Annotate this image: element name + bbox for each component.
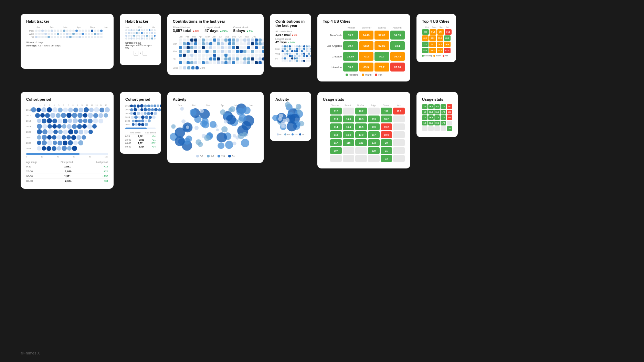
legend-hot: Hot — [375, 74, 382, 76]
habit-dot — [97, 30, 99, 32]
top-cities-large-title: Top 4 US Cities — [323, 19, 405, 23]
activity-bubble — [233, 142, 236, 145]
usage-large-title: Usage stats — [323, 97, 405, 101]
usage-cell: 113 — [368, 116, 380, 122]
contrib-current-change: ▲6% — [246, 30, 253, 33]
usage-cell: 17.0 — [355, 131, 367, 138]
city-cell: 55.7 — [374, 52, 389, 61]
habit-row-fri: Fri — [26, 36, 108, 38]
sm-all-label: All contributions — [275, 30, 306, 33]
hot-dot — [375, 74, 377, 76]
sm-city-cell: 72.1 — [429, 42, 436, 47]
hot-label: Hot — [378, 74, 382, 76]
sm-grid-row — [125, 29, 156, 31]
legend-warm: Warm — [362, 74, 371, 76]
habit-dot — [78, 33, 81, 35]
city-cell: 72.7 — [374, 63, 389, 72]
prev-btn[interactable]: ‹ — [134, 51, 138, 56]
habit-sm-pagination: ‹ 1 › — [125, 51, 156, 56]
sm-season-sp: Spr. — [440, 26, 443, 28]
habit-dot — [85, 36, 87, 38]
cohort-small-grid: 201620172018201920202021 — [125, 104, 156, 126]
last-change: +132 — [102, 175, 108, 178]
page-num: 1 — [140, 52, 141, 55]
cohort-small-card: Cohort period 201620172018201920202021 F… — [120, 92, 161, 154]
habit-dot — [94, 36, 96, 38]
activity-bubble — [218, 142, 224, 149]
usage-cell: 16.3 — [343, 116, 355, 122]
sm-city-row-la: 60.7 68.2 57.8 63.1 — [422, 35, 451, 41]
cohort-bar-scale: 010406080100 — [26, 156, 108, 158]
city-row-chicago: Chicago 22.69 73.2 55.7 59.43 — [323, 52, 405, 61]
legend-5plus: 5+ — [228, 155, 235, 157]
usage-cell-empty — [393, 155, 405, 162]
usage-cell: 123 — [355, 139, 367, 146]
habit-dot — [97, 33, 99, 35]
legend-c1 — [183, 66, 186, 69]
city-cell: 57.62 — [374, 31, 389, 40]
habit-dot — [82, 30, 84, 32]
contrib-longest-label: Longest streak — [204, 26, 228, 29]
contributions-large-card: Contributions in the last year All contr… — [167, 14, 264, 75]
hm-month: Apr — [199, 35, 205, 38]
usage-cell: 115 — [368, 123, 380, 130]
city-cell: 73.2 — [359, 52, 374, 61]
habit-dot — [47, 30, 50, 32]
usage-cell-empty — [368, 155, 380, 162]
hm-month: Oct — [239, 35, 245, 38]
sm-longest-val: 47 days ▲24% — [275, 41, 306, 44]
activity-bubble — [198, 142, 203, 147]
heatmap-month-headers: Jan Feb Mar Apr May Jun Jul Aug Sep Oct … — [173, 35, 258, 38]
city-cell: 33.7 — [343, 31, 358, 40]
habit-dot — [66, 30, 68, 32]
usage-cell-empty — [355, 147, 367, 154]
habit-dot — [41, 33, 44, 35]
activity-bubble — [287, 121, 297, 132]
habit-tracker-large-card: Habit tracker Jan Feb Mar Apr May Jun Mo… — [21, 14, 114, 69]
activity-bubble — [180, 107, 184, 110]
sm-grid-row — [125, 35, 156, 37]
usage-cell: 16.2 — [355, 108, 367, 114]
habit-sm-grid — [125, 29, 156, 40]
activity-large-card: Activity Jan Feb Mar Apr May Jun 0-1 1-2… — [167, 92, 264, 163]
usage-cell-empty — [330, 155, 342, 162]
sm-longest-label: Longest streak — [275, 38, 306, 40]
habit-dot — [66, 36, 68, 38]
browser-edge: Edge — [368, 104, 379, 107]
city-cell: 57.82 — [374, 41, 389, 50]
activity-legend: 0-1 1-2 2-5 5+ — [173, 155, 258, 157]
month-feb: Feb — [50, 26, 54, 29]
habit-dot — [97, 36, 99, 38]
contrib-longest-change: ▲24% — [220, 30, 228, 33]
activity-bubble — [296, 104, 301, 109]
next-btn[interactable]: › — [142, 51, 147, 56]
activity-bubble — [272, 115, 278, 121]
usage-cell: 20 — [381, 139, 392, 146]
legend-freezing: Freezing — [346, 74, 358, 76]
last-change: +21 — [104, 170, 108, 173]
legend-c3 — [191, 66, 194, 69]
activity-small-grid — [275, 104, 306, 132]
season-autumn: Autumn — [390, 26, 405, 29]
usage-cell: 17.1 — [393, 108, 405, 114]
activity-bubble — [297, 109, 302, 114]
first-val: 1,681 — [64, 165, 71, 168]
city-cell: 63.3 — [359, 63, 374, 72]
habit-dot — [51, 33, 53, 35]
sm-month-feb: Feb — [138, 26, 142, 29]
heatmap-grid-small: MonWedFri — [275, 45, 306, 62]
range-label: 80-80 — [26, 179, 33, 183]
sm-city-cell: 63.3 — [429, 48, 436, 53]
activity-large-grid — [173, 108, 258, 153]
sm-city-cell: 50.1 — [437, 42, 443, 47]
sm-legend-hot: Hot — [443, 55, 448, 57]
season-summer: Summer — [359, 26, 374, 29]
usage-row: 114 16.4 16.5 115 19.2 — [323, 123, 405, 130]
sm-city-cell: 33.7 — [422, 29, 429, 35]
hm-month: Aug — [225, 35, 232, 38]
city-cells-la: 60.7 68.2 57.82 63.1 — [343, 41, 405, 50]
hm-month: Nov — [245, 35, 252, 38]
top-cities-small-title: Top 4 US Cities — [422, 19, 451, 23]
sm-usage-row: 1.3 16.5 17.1 17.1 — [422, 121, 452, 125]
season-spring: Spring — [374, 26, 390, 29]
